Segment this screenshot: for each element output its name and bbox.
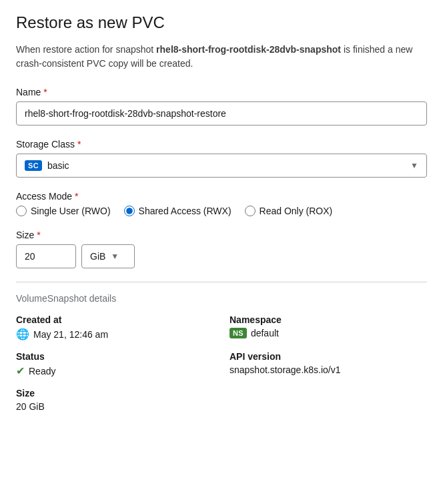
size-details-value: 20 GiB <box>16 401 213 412</box>
size-label: Size* <box>16 230 427 240</box>
radio-rwx[interactable] <box>124 206 135 216</box>
size-field-group: Size* GiB ▼ <box>16 230 427 268</box>
access-mode-required-indicator: * <box>75 191 78 202</box>
api-version-label: API version <box>230 351 427 362</box>
storage-class-field-group: Storage Class* SC basic ▼ <box>16 139 427 178</box>
api-version-item: API version snapshot.storage.k8s.io/v1 <box>230 351 427 377</box>
name-field-group: Name* <box>16 87 427 125</box>
radio-rwx-label: Shared Access (RWX) <box>139 206 232 216</box>
size-required-indicator: * <box>37 230 40 240</box>
globe-icon: 🌐 <box>16 328 29 340</box>
radio-rwo[interactable] <box>16 206 27 216</box>
description-text: When restore action for snapshot rhel8-s… <box>16 43 427 71</box>
size-unit-select[interactable]: GiB ▼ <box>81 244 135 268</box>
size-unit-value: GiB <box>90 251 105 262</box>
storage-class-select[interactable]: SC basic ▼ <box>16 154 427 178</box>
page-title: Restore as new PVC <box>16 13 427 32</box>
namespace-item: Namespace NS default <box>230 314 427 340</box>
status-item: Status ✔ Ready <box>16 351 213 377</box>
name-label: Name* <box>16 87 427 97</box>
radio-rox-label: Read Only (ROX) <box>260 206 333 216</box>
size-unit-chevron-icon: ▼ <box>111 252 119 261</box>
created-at-value: 🌐 May 21, 12:46 am <box>16 328 213 340</box>
check-circle-icon: ✔ <box>16 364 25 377</box>
radio-option-rwx[interactable]: Shared Access (RWX) <box>124 206 232 216</box>
access-mode-label: Access Mode* <box>16 191 427 202</box>
storage-class-required-indicator: * <box>77 139 81 150</box>
radio-rox[interactable] <box>245 206 256 216</box>
size-input[interactable] <box>16 244 76 268</box>
radio-option-rox[interactable]: Read Only (ROX) <box>245 206 333 216</box>
status-value: ✔ Ready <box>16 364 213 377</box>
chevron-down-icon: ▼ <box>410 161 418 170</box>
snapshot-details-title: VolumeSnapshot details <box>16 293 427 304</box>
created-at-label: Created at <box>16 314 213 325</box>
size-details-label: Size <box>16 388 213 399</box>
storage-class-label: Storage Class* <box>16 139 427 150</box>
storage-class-display-left: SC basic <box>25 160 69 171</box>
storage-class-value: basic <box>47 160 69 171</box>
ns-badge: NS <box>230 328 247 338</box>
size-details-item: Size 20 GiB <box>16 388 213 412</box>
status-label: Status <box>16 351 213 362</box>
snapshot-name-bold: rhel8-short-frog-rootdisk-28dvb-snapshot <box>156 44 341 55</box>
namespace-value: NS default <box>230 328 427 338</box>
namespace-label: Namespace <box>230 314 427 325</box>
sc-badge: SC <box>25 160 42 171</box>
size-row: GiB ▼ <box>16 244 427 268</box>
radio-option-rwo[interactable]: Single User (RWO) <box>16 206 111 216</box>
created-at-item: Created at 🌐 May 21, 12:46 am <box>16 314 213 340</box>
access-mode-field-group: Access Mode* Single User (RWO) Shared Ac… <box>16 191 427 216</box>
radio-rwo-label: Single User (RWO) <box>31 206 111 216</box>
section-divider <box>16 282 427 282</box>
api-version-value: snapshot.storage.k8s.io/v1 <box>230 364 427 375</box>
name-input[interactable] <box>16 101 427 125</box>
access-mode-radio-group: Single User (RWO) Shared Access (RWX) Re… <box>16 206 427 216</box>
name-required-indicator: * <box>43 87 47 97</box>
snapshot-details-grid: Created at 🌐 May 21, 12:46 am Namespace … <box>16 314 427 412</box>
